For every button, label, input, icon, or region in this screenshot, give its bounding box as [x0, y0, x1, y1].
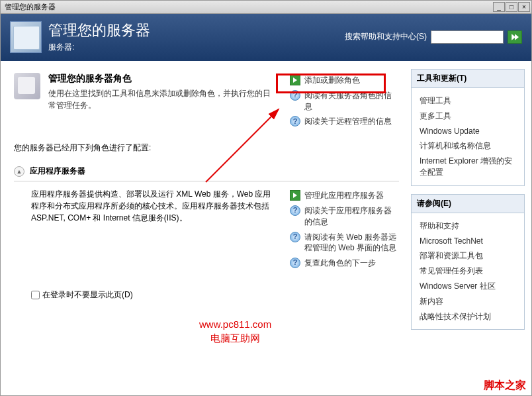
arrow-right-icon — [511, 33, 519, 41]
minimize-button[interactable]: _ — [493, 2, 505, 12]
help-icon: ? — [290, 205, 300, 216]
read-web-action[interactable]: ? 请阅读有关 Web 服务器远程管理的 Web 界面的信息 — [290, 230, 399, 256]
server-label: 服务器: — [48, 42, 150, 53]
dont-show-row: 在登录时不要显示此页(D) — [14, 289, 399, 301]
dont-show-checkbox[interactable] — [31, 291, 40, 299]
titlebar: 管理您的服务器 _ □ × — [1, 1, 531, 14]
sidebar-link[interactable]: 帮助和支持 — [420, 219, 519, 234]
help-icon: ? — [290, 232, 300, 242]
window-title: 管理您的服务器 — [2, 2, 56, 12]
read-roles-link[interactable]: 阅读有关服务器角色的信息 — [304, 90, 399, 113]
add-remove-role-link[interactable]: 添加或删除角色 — [304, 75, 360, 86]
tools-panel-title: 工具和更新(T) — [412, 70, 524, 88]
search-input[interactable] — [431, 30, 504, 44]
content-body: 管理您的服务器角色 使用在这里找到的工具和信息来添加或删除角色，并执行您的日常管… — [1, 61, 531, 396]
arrow-icon — [290, 75, 300, 85]
read-remote-action[interactable]: ? 阅读关于远程管理的信息 — [290, 114, 399, 129]
see-also-body: 帮助和支持 Microsoft TechNet 部署和资源工具包 常见管理任务列… — [412, 213, 524, 330]
sidebar-link[interactable]: 更多工具 — [420, 109, 519, 124]
see-also-title: 请参阅(E) — [412, 195, 524, 213]
manage-app-server-action[interactable]: 管理此应用程序服务器 — [290, 188, 399, 203]
maximize-button[interactable]: □ — [506, 2, 517, 12]
app-server-actions: 管理此应用程序服务器 ? 阅读关于应用程序服务器的信息 ? 请阅读有关 Web … — [290, 188, 399, 271]
roles-icon — [14, 73, 40, 99]
app-server-title: 应用程序服务器 — [30, 166, 85, 177]
sidebar-link[interactable]: 部署和资源工具包 — [420, 248, 519, 264]
app-server-description: 应用程序服务器提供构造、部署以及运行 XML Web 服务，Web 应用程序和分… — [31, 188, 282, 271]
app-server-header: ▲ 应用程序服务器 — [14, 163, 399, 181]
tools-panel: 工具和更新(T) 管理工具 更多工具 Windows Update 计算机和域名… — [411, 69, 525, 186]
sidebar-link[interactable]: Internet Explorer 增强的安全配置 — [420, 154, 519, 180]
app-window: 管理您的服务器 _ □ × 管理您的服务器 服务器: 搜索帮助和支持中心(S) … — [0, 0, 532, 396]
read-app-server-link[interactable]: 阅读关于应用程序服务器的信息 — [304, 205, 399, 228]
configured-note: 您的服务器已经用下列角色进行了配置: — [14, 142, 399, 154]
header-text: 管理您的服务器 服务器: — [48, 21, 150, 53]
search-label: 搜索帮助和支持中心(S) — [345, 31, 427, 42]
server-icon — [10, 21, 42, 53]
sidebar-link[interactable]: Windows Update — [420, 124, 519, 139]
roles-heading: 管理您的服务器角色 — [48, 73, 275, 85]
roles-description: 使用在这里找到的工具和信息来添加或删除角色，并执行您的日常管理任务。 — [48, 87, 275, 111]
read-web-link[interactable]: 请阅读有关 Web 服务器远程管理的 Web 界面的信息 — [304, 232, 399, 254]
roles-text: 管理您的服务器角色 使用在这里找到的工具和信息来添加或删除角色，并执行您的日常管… — [48, 73, 282, 129]
help-icon: ? — [290, 258, 300, 268]
sidebar-link[interactable]: 新内容 — [420, 294, 519, 309]
sidebar-link[interactable]: 常见管理任务列表 — [420, 264, 519, 279]
close-button[interactable]: × — [518, 2, 530, 12]
sidebar-link[interactable]: 管理工具 — [420, 93, 519, 109]
dont-show-label[interactable]: 在登录时不要显示此页(D) — [42, 289, 133, 301]
sidebar: 工具和更新(T) 管理工具 更多工具 Windows Update 计算机和域名… — [406, 61, 531, 396]
tools-panel-body: 管理工具 更多工具 Windows Update 计算机和域名称信息 Inter… — [412, 88, 524, 185]
header-banner: 管理您的服务器 服务器: 搜索帮助和支持中心(S) — [1, 14, 531, 61]
review-next-link[interactable]: 复查此角色的下一步 — [304, 258, 376, 269]
sidebar-link[interactable]: 计算机和域名称信息 — [420, 138, 519, 154]
help-icon: ? — [290, 116, 300, 126]
review-next-action[interactable]: ? 复查此角色的下一步 — [290, 256, 399, 271]
add-remove-role-action[interactable]: 添加或删除角色 — [290, 73, 399, 88]
search-go-button[interactable] — [508, 30, 522, 44]
collapse-button[interactable]: ▲ — [14, 166, 24, 177]
sidebar-link[interactable]: Microsoft TechNet — [420, 234, 519, 249]
app-server-body: 应用程序服务器提供构造、部署以及运行 XML Web 服务，Web 应用程序和分… — [14, 181, 399, 277]
roles-actions: 添加或删除角色 ? 阅读有关服务器角色的信息 ? 阅读关于远程管理的信息 — [290, 73, 399, 129]
main-content: 管理您的服务器角色 使用在这里找到的工具和信息来添加或删除角色，并执行您的日常管… — [1, 61, 406, 396]
arrow-icon — [290, 190, 300, 201]
read-app-server-action[interactable]: ? 阅读关于应用程序服务器的信息 — [290, 203, 399, 230]
window-controls: _ □ × — [493, 2, 530, 12]
page-title: 管理您的服务器 — [48, 21, 150, 40]
manage-app-server-link[interactable]: 管理此应用程序服务器 — [304, 190, 384, 201]
search-area: 搜索帮助和支持中心(S) — [345, 30, 522, 44]
read-roles-action[interactable]: ? 阅读有关服务器角色的信息 — [290, 88, 399, 115]
sidebar-link[interactable]: Windows Server 社区 — [420, 279, 519, 294]
sidebar-link[interactable]: 战略性技术保护计划 — [420, 309, 519, 324]
help-icon: ? — [290, 90, 300, 101]
manage-roles-section: 管理您的服务器角色 使用在这里找到的工具和信息来添加或删除角色，并执行您的日常管… — [14, 73, 399, 129]
see-also-panel: 请参阅(E) 帮助和支持 Microsoft TechNet 部署和资源工具包 … — [411, 194, 525, 330]
read-remote-link[interactable]: 阅读关于远程管理的信息 — [304, 116, 392, 127]
